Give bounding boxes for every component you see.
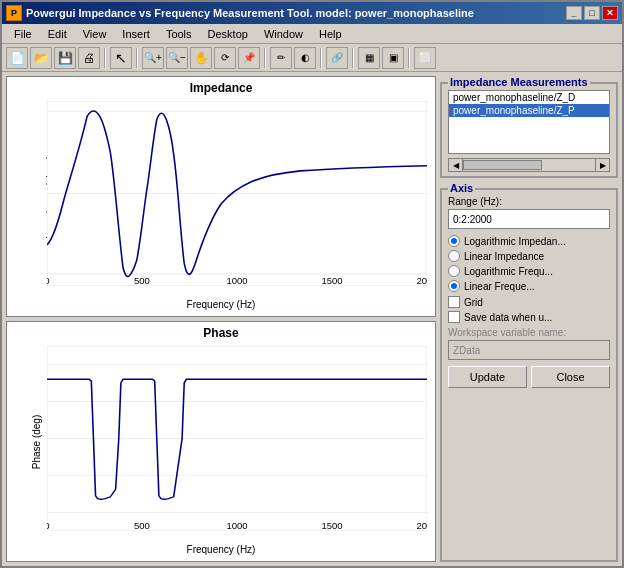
window-title: Powergui Impedance vs Frequency Measurem… (26, 7, 566, 19)
toolbar-pan[interactable]: ✋ (190, 47, 212, 69)
plots-area: Impedance Impedance (ohms) Frequency (Hz… (6, 76, 436, 562)
radio-linear-freq[interactable]: Linear Freque... (448, 280, 610, 292)
radio-log-impedance[interactable]: Logarithmic Impedan... (448, 235, 610, 247)
minimize-button[interactable]: _ (566, 6, 582, 20)
close-button[interactable]: Close (531, 366, 610, 388)
svg-text:2000: 2000 (416, 276, 427, 286)
toolbar-print[interactable]: 🖨 (78, 47, 100, 69)
main-content: Impedance Impedance (ohms) Frequency (Hz… (2, 72, 622, 566)
menu-tools[interactable]: Tools (158, 26, 200, 42)
radio-linear-impedance-label: Linear Impedance (464, 251, 544, 262)
checkbox-save-data-box (448, 311, 460, 323)
checkbox-save-data[interactable]: Save data when u... (448, 311, 610, 323)
svg-text:500: 500 (134, 276, 150, 286)
phase-y-label: Phase (deg) (31, 414, 42, 468)
update-button[interactable]: Update (448, 366, 527, 388)
separator-1 (104, 48, 106, 68)
main-window: P Powergui Impedance vs Frequency Measur… (0, 0, 624, 568)
phase-plot-title: Phase (7, 322, 435, 340)
phase-plot-area: 100 50 0 -50 -100 0 500 1000 1500 2000 (47, 346, 427, 531)
scrollbar-thumb[interactable] (463, 160, 542, 170)
separator-6 (408, 48, 410, 68)
range-label: Range (Hz): (448, 196, 610, 207)
ws-label: Workspace variable name: (448, 327, 610, 338)
toolbar-colormap[interactable]: ◐ (294, 47, 316, 69)
impedance-plot-container: Impedance Impedance (ohms) Frequency (Hz… (6, 76, 436, 317)
impedance-plot-area: 10⁵ 10² 10⁻¹ 0 500 1000 1500 2000 (47, 101, 427, 286)
svg-text:0: 0 (47, 276, 50, 286)
menu-window[interactable]: Window (256, 26, 311, 42)
menu-view[interactable]: View (75, 26, 115, 42)
svg-text:500: 500 (134, 522, 150, 531)
toolbar-figure-props[interactable]: ▦ (358, 47, 380, 69)
measurements-section: Impedance Measurements power_monophaseli… (440, 82, 618, 178)
impedance-plot-title: Impedance (7, 77, 435, 95)
radio-linear-impedance[interactable]: Linear Impedance (448, 250, 610, 262)
checkbox-save-data-label: Save data when u... (464, 312, 552, 323)
svg-text:1500: 1500 (321, 276, 342, 286)
measurements-list[interactable]: power_monophaseline/Z_D power_monophasel… (448, 90, 610, 154)
scrollbar-track (463, 159, 595, 171)
svg-text:2000: 2000 (416, 522, 427, 531)
toolbar-open[interactable]: 📂 (30, 47, 52, 69)
toolbar-zoom-out[interactable]: 🔍− (166, 47, 188, 69)
range-input[interactable] (448, 209, 610, 229)
radio-linear-freq-circle (448, 280, 460, 292)
menu-edit[interactable]: Edit (40, 26, 75, 42)
svg-text:1500: 1500 (321, 522, 342, 531)
checkbox-grid[interactable]: Grid (448, 296, 610, 308)
menu-insert[interactable]: Insert (114, 26, 158, 42)
measurement-item-0[interactable]: power_monophaseline/Z_D (449, 91, 609, 104)
window-controls: _ □ ✕ (566, 6, 618, 20)
radio-linear-freq-label: Linear Freque... (464, 281, 535, 292)
toolbar-brush[interactable]: ✏ (270, 47, 292, 69)
menu-desktop[interactable]: Desktop (200, 26, 256, 42)
phase-plot-container: Phase Phase (deg) Frequency (Hz) 100 (6, 321, 436, 562)
svg-text:0: 0 (47, 522, 50, 531)
svg-text:1000: 1000 (226, 522, 247, 531)
radio-group: Logarithmic Impedan... Linear Impedance … (448, 235, 610, 292)
button-row: Update Close (448, 366, 610, 388)
scroll-left-btn[interactable]: ◀ (449, 159, 463, 171)
scroll-right-btn[interactable]: ▶ (595, 159, 609, 171)
ws-input (448, 340, 610, 360)
toolbar-datactip[interactable]: 📌 (238, 47, 260, 69)
toolbar-new[interactable]: 📄 (6, 47, 28, 69)
close-window-button[interactable]: ✕ (602, 6, 618, 20)
radio-log-freq-circle (448, 265, 460, 277)
maximize-button[interactable]: □ (584, 6, 600, 20)
axis-title: Axis (448, 182, 475, 194)
measurement-item-1[interactable]: power_monophaseline/Z_P (449, 104, 609, 117)
toolbar-insert-legend[interactable]: ⬜ (414, 47, 436, 69)
radio-linear-impedance-circle (448, 250, 460, 262)
toolbar-zoom-in[interactable]: 🔍+ (142, 47, 164, 69)
separator-2 (136, 48, 138, 68)
radio-log-impedance-circle (448, 235, 460, 247)
menu-help[interactable]: Help (311, 26, 350, 42)
separator-5 (352, 48, 354, 68)
measurements-title: Impedance Measurements (448, 76, 590, 88)
checkbox-grid-label: Grid (464, 297, 483, 308)
toolbar-save[interactable]: 💾 (54, 47, 76, 69)
radio-log-freq-label: Logarithmic Frequ... (464, 266, 553, 277)
svg-text:1000: 1000 (226, 276, 247, 286)
app-icon: P (6, 5, 22, 21)
radio-log-impedance-label: Logarithmic Impedan... (464, 236, 566, 247)
toolbar-axes-props[interactable]: ▣ (382, 47, 404, 69)
menu-file[interactable]: File (6, 26, 40, 42)
right-panel: Impedance Measurements power_monophaseli… (440, 76, 618, 562)
toolbar-rotate[interactable]: ⟳ (214, 47, 236, 69)
toolbar-select[interactable]: ↖ (110, 47, 132, 69)
toolbar: 📄 📂 💾 🖨 ↖ 🔍+ 🔍− ✋ ⟳ 📌 ✏ ◐ 🔗 ▦ ▣ ⬜ (2, 44, 622, 72)
impedance-svg: 10⁵ 10² 10⁻¹ 0 500 1000 1500 2000 (47, 101, 427, 286)
separator-3 (264, 48, 266, 68)
separator-4 (320, 48, 322, 68)
toolbar-link[interactable]: 🔗 (326, 47, 348, 69)
radio-log-freq[interactable]: Logarithmic Frequ... (448, 265, 610, 277)
impedance-x-label: Frequency (Hz) (187, 299, 256, 310)
h-scrollbar[interactable]: ◀ ▶ (448, 158, 610, 172)
title-bar: P Powergui Impedance vs Frequency Measur… (2, 2, 622, 24)
axis-section: Axis Range (Hz): Logarithmic Impedan... … (440, 188, 618, 562)
checkbox-group: Grid Save data when u... (448, 296, 610, 323)
phase-svg: 100 50 0 -50 -100 0 500 1000 1500 2000 (47, 346, 427, 531)
